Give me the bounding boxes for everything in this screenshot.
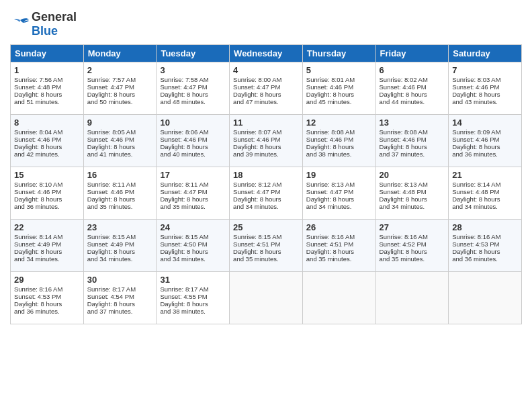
day-info-line: Sunrise: 8:16 AM — [380, 233, 445, 240]
day-info-line: Daylight: 8 hours — [87, 143, 153, 150]
day-info-line: Sunset: 4:46 PM — [380, 136, 445, 143]
page-header: General Blue — [10, 10, 522, 38]
day-info-line: Daylight: 8 hours — [14, 195, 80, 203]
day-info-line: Sunrise: 7:57 AM — [87, 76, 153, 83]
day-info-line: and 34 minutes. — [452, 203, 518, 210]
day-info-line: Daylight: 8 hours — [452, 248, 518, 255]
day-info-line: and 47 minutes. — [233, 98, 299, 105]
calendar-cell: 12Sunrise: 8:08 AMSunset: 4:46 PMDayligh… — [302, 115, 375, 167]
calendar-cell: 15Sunrise: 8:10 AMSunset: 4:46 PMDayligh… — [11, 167, 84, 220]
calendar-week-3: 15Sunrise: 8:10 AMSunset: 4:46 PMDayligh… — [11, 167, 522, 220]
calendar-cell: 4Sunrise: 8:00 AMSunset: 4:47 PMDaylight… — [230, 62, 303, 115]
day-info-line: Sunset: 4:54 PM — [87, 293, 153, 300]
day-info-line: Sunrise: 8:05 AM — [87, 128, 153, 136]
day-info-line: and 37 minutes. — [380, 150, 445, 158]
day-info-line: Sunset: 4:46 PM — [87, 136, 153, 143]
day-info-line: Sunrise: 8:09 AM — [452, 128, 518, 136]
day-info-line: and 34 minutes. — [233, 203, 299, 210]
day-number: 1 — [14, 65, 80, 75]
day-info-line: Sunrise: 8:13 AM — [306, 181, 372, 188]
day-info-line: Sunset: 4:46 PM — [452, 83, 518, 91]
day-info-line: and 51 minutes. — [14, 98, 80, 105]
calendar-header-sunday: Sunday — [11, 45, 84, 62]
day-info-line: Daylight: 8 hours — [14, 300, 80, 308]
day-info-line: and 36 minutes. — [452, 255, 518, 263]
day-info-line: Sunset: 4:46 PM — [452, 136, 518, 143]
day-number: 7 — [452, 65, 518, 75]
day-info-line: Sunrise: 8:17 AM — [160, 285, 226, 293]
calendar-cell: 30Sunrise: 8:17 AMSunset: 4:54 PMDayligh… — [83, 272, 157, 324]
calendar-cell: 7Sunrise: 8:03 AMSunset: 4:46 PMDaylight… — [449, 62, 522, 115]
day-number: 31 — [160, 275, 226, 285]
day-info-line: Daylight: 8 hours — [233, 195, 299, 203]
calendar-header-monday: Monday — [83, 45, 157, 62]
day-info-line: and 41 minutes. — [87, 150, 153, 158]
page-container: General Blue SundayMondayTuesdayWednesda… — [0, 0, 532, 331]
day-info-line: Daylight: 8 hours — [306, 248, 372, 255]
day-info-line: and 34 minutes. — [160, 255, 226, 263]
calendar-week-2: 8Sunrise: 8:04 AMSunset: 4:46 PMDaylight… — [11, 115, 522, 167]
calendar-cell: 18Sunrise: 8:12 AMSunset: 4:47 PMDayligh… — [230, 167, 303, 220]
day-info-line: Sunset: 4:46 PM — [14, 188, 80, 195]
day-number: 26 — [306, 222, 372, 232]
day-info-line: Daylight: 8 hours — [160, 300, 226, 308]
day-info-line: and 50 minutes. — [87, 98, 153, 105]
day-info-line: Sunset: 4:55 PM — [160, 293, 226, 300]
day-info-line: Sunset: 4:52 PM — [380, 240, 445, 248]
day-number: 14 — [452, 118, 518, 128]
day-number: 4 — [233, 65, 299, 75]
logo-blue-text: Blue — [32, 24, 77, 38]
day-number: 17 — [160, 170, 226, 180]
calendar-header-friday: Friday — [375, 45, 449, 62]
day-info-line: Sunset: 4:47 PM — [233, 188, 299, 195]
day-info-line: Sunrise: 8:14 AM — [452, 181, 518, 188]
day-info-line: Sunrise: 8:16 AM — [452, 233, 518, 240]
day-info-line: Daylight: 8 hours — [452, 91, 518, 98]
day-number: 3 — [160, 65, 226, 75]
day-number: 27 — [380, 222, 445, 232]
day-info-line: Sunrise: 8:06 AM — [160, 128, 226, 136]
calendar-cell: 2Sunrise: 7:57 AMSunset: 4:47 PMDaylight… — [83, 62, 157, 115]
calendar-cell: 9Sunrise: 8:05 AMSunset: 4:46 PMDaylight… — [83, 115, 157, 167]
calendar-cell: 20Sunrise: 8:13 AMSunset: 4:48 PMDayligh… — [375, 167, 449, 220]
day-info-line: Sunrise: 7:56 AM — [14, 76, 80, 83]
logo: General Blue — [10, 10, 77, 38]
calendar-cell: 22Sunrise: 8:14 AMSunset: 4:49 PMDayligh… — [11, 220, 84, 272]
day-info-line: Sunset: 4:46 PM — [233, 136, 299, 143]
day-info-line: Sunset: 4:53 PM — [452, 240, 518, 248]
day-info-line: Sunset: 4:47 PM — [160, 83, 226, 91]
day-info-line: Sunset: 4:46 PM — [306, 136, 372, 143]
day-info-line: Daylight: 8 hours — [233, 143, 299, 150]
day-info-line: and 36 minutes. — [14, 203, 80, 210]
day-info-line: Sunset: 4:49 PM — [87, 240, 153, 248]
day-number: 10 — [160, 118, 226, 128]
day-info-line: Sunrise: 8:01 AM — [306, 76, 372, 83]
day-info-line: Sunset: 4:48 PM — [380, 188, 445, 195]
calendar-table: SundayMondayTuesdayWednesdayThursdayFrid… — [10, 44, 522, 324]
day-number: 8 — [14, 118, 80, 128]
day-info-line: Sunrise: 8:04 AM — [14, 128, 80, 136]
day-info-line: Sunrise: 8:13 AM — [380, 181, 445, 188]
day-number: 11 — [233, 118, 299, 128]
day-number: 30 — [87, 275, 153, 285]
calendar-header-thursday: Thursday — [302, 45, 375, 62]
day-info-line: Daylight: 8 hours — [233, 248, 299, 255]
day-info-line: Sunrise: 8:11 AM — [87, 181, 153, 188]
day-info-line: and 35 minutes. — [160, 203, 226, 210]
day-info-line: Sunrise: 8:15 AM — [160, 233, 226, 240]
day-number: 24 — [160, 222, 226, 232]
calendar-cell: 5Sunrise: 8:01 AMSunset: 4:46 PMDaylight… — [302, 62, 375, 115]
calendar-header-tuesday: Tuesday — [157, 45, 230, 62]
day-info-line: Sunrise: 8:10 AM — [14, 181, 80, 188]
calendar-cell: 29Sunrise: 8:16 AMSunset: 4:53 PMDayligh… — [11, 272, 84, 324]
day-info-line: Daylight: 8 hours — [380, 91, 445, 98]
day-info-line: Sunrise: 8:00 AM — [233, 76, 299, 83]
day-info-line: and 35 minutes. — [380, 255, 445, 263]
calendar-cell — [230, 272, 303, 324]
day-number: 15 — [14, 170, 80, 180]
calendar-cell: 8Sunrise: 8:04 AMSunset: 4:46 PMDaylight… — [11, 115, 84, 167]
calendar-cell: 19Sunrise: 8:13 AMSunset: 4:47 PMDayligh… — [302, 167, 375, 220]
day-info-line: Sunrise: 8:17 AM — [87, 285, 153, 293]
day-info-line: Daylight: 8 hours — [380, 195, 445, 203]
day-number: 25 — [233, 222, 299, 232]
